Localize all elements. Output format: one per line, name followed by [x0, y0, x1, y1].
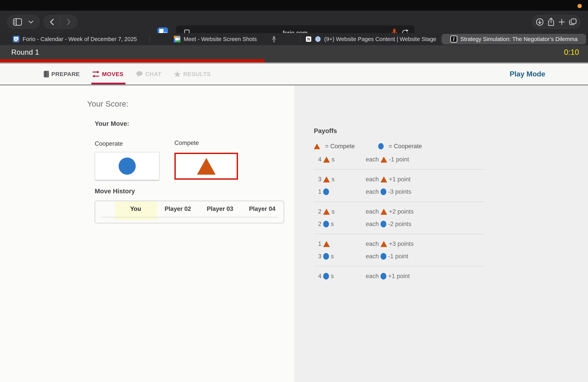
tab-title: (9+) Website Pages Content | Website Sta… — [324, 36, 436, 42]
notion-icon: N — [305, 36, 312, 42]
tab-moves[interactable]: MOVES — [92, 64, 124, 85]
cooperate-option-button[interactable] — [95, 152, 159, 180]
payoff-row: 1 each+3 points 3s each-1 point — [314, 234, 484, 266]
chevron-down-icon[interactable] — [28, 20, 34, 24]
tab-results[interactable]: RESULTS — [174, 64, 210, 85]
table-header-divider — [101, 217, 278, 217]
circle-icon — [380, 221, 386, 227]
screen: forio.com — [0, 0, 588, 382]
column-header-player02: Player 02 — [157, 201, 199, 217]
divider — [60, 18, 61, 26]
your-score-label: Your Score: — [87, 99, 128, 108]
back-icon[interactable] — [49, 19, 54, 25]
tab-title: Strategy Simulation: The Negotiator’s Di… — [461, 36, 578, 42]
round-progress-fill — [0, 59, 265, 63]
column-header-you: You — [115, 201, 157, 217]
tab-notion[interactable]: N (9+) Website Pages Content | Website S… — [300, 33, 441, 45]
history-controls — [43, 15, 77, 29]
tab-title: Forio - Calendar - Week of December 7, 2… — [22, 36, 137, 42]
circle-icon — [323, 189, 329, 195]
triangle-icon — [380, 241, 387, 247]
payoff-row: 4s each+1 point — [314, 266, 484, 286]
swap-arrows-icon — [92, 71, 100, 77]
toolbar-right-buttons — [532, 15, 581, 29]
triangle-icon — [314, 144, 320, 149]
triangle-icon — [323, 176, 330, 182]
slash-icon: / — [450, 36, 457, 42]
round-header: Round 1 0:10 — [0, 45, 588, 59]
share-icon[interactable] — [547, 18, 555, 26]
legend-cooperate-label: = Cooperate — [389, 143, 422, 150]
sidebar-icon[interactable] — [13, 18, 22, 26]
download-icon[interactable] — [536, 18, 544, 26]
sim-nav: PREPARE MOVES CHAT RESULTS Play Mode — [0, 64, 588, 85]
circle-icon — [378, 143, 384, 149]
tab-prepare[interactable]: PREPARE — [43, 64, 80, 85]
google-calendar-icon: 31 — [13, 36, 20, 42]
tab-title: Meet - Website Screen Shots — [184, 36, 257, 42]
triangle-icon — [380, 157, 387, 163]
round-progress-track — [0, 59, 588, 63]
payoff-row: 4s each-1 point — [314, 150, 484, 170]
your-move-label: Your Move: — [95, 120, 129, 127]
round-label: Round 1 — [11, 48, 39, 56]
google-meet-icon — [174, 36, 180, 42]
circle-icon — [380, 189, 386, 195]
tab-microphone-icon — [272, 36, 276, 42]
cooperate-label: Cooperate — [95, 140, 123, 147]
triangle-icon — [323, 209, 330, 215]
tab-bar: 31 Forio - Calendar - Week of December 7… — [0, 33, 588, 45]
svg-text:31: 31 — [15, 38, 18, 41]
circle-icon — [380, 253, 386, 260]
tab-meet[interactable]: Meet - Website Screen Shots — [150, 33, 300, 45]
star-icon — [174, 71, 181, 77]
svg-text:N: N — [307, 37, 310, 42]
recording-indicator-icon — [578, 4, 582, 8]
payoffs-title: Payoffs — [314, 127, 484, 135]
payoff-row: 3s each+1 point 1 each-3 points — [314, 170, 484, 202]
browser-toolbar: forio.com — [0, 11, 588, 33]
circle-icon — [323, 221, 329, 227]
circle-icon — [119, 158, 136, 175]
legend-compete-label: = Compete — [325, 143, 355, 150]
triangle-icon — [380, 176, 387, 182]
compete-label: Compete — [174, 139, 199, 147]
moves-panel: Your Score: Your Move: Cooperate Compete… — [0, 85, 294, 382]
new-tab-icon[interactable] — [558, 19, 565, 25]
payoff-row: 2s each+2 points 2s each-2 points — [314, 202, 484, 234]
triangle-icon — [323, 157, 330, 163]
tab-strategy-simulation[interactable]: / Strategy Simulation: The Negotiator’s … — [442, 34, 586, 44]
circle-icon — [323, 273, 329, 279]
globe-icon — [315, 36, 321, 42]
play-mode-link[interactable]: Play Mode — [510, 70, 545, 78]
column-header-player04: Player 04 — [241, 201, 283, 217]
move-history-table: You Player 02 Player 03 Player 04 — [95, 201, 284, 223]
payoffs-legend: = Compete = Cooperate — [314, 143, 484, 150]
triangle-icon — [380, 209, 387, 215]
triangle-icon — [323, 241, 330, 247]
compete-option-button-selected[interactable] — [174, 153, 238, 180]
circle-icon — [323, 253, 329, 260]
round-timer: 0:10 — [564, 48, 579, 57]
move-history-title: Move History — [95, 188, 135, 195]
sidebar-controls — [7, 15, 40, 29]
triangle-icon — [197, 158, 216, 175]
payoffs-panel: Payoffs = Compete = Cooperate 4s each-1 … — [294, 85, 588, 382]
tab-overview-icon[interactable] — [569, 18, 577, 26]
tab-chat[interactable]: CHAT — [136, 64, 161, 85]
macos-menubar — [0, 0, 588, 11]
tab-calendar[interactable]: 31 Forio - Calendar - Week of December 7… — [0, 33, 150, 45]
forward-icon[interactable] — [66, 19, 71, 25]
circle-icon — [380, 273, 386, 279]
chat-bubble-icon — [136, 71, 143, 77]
notebook-icon — [43, 71, 49, 78]
column-header-player03: Player 03 — [199, 201, 241, 217]
